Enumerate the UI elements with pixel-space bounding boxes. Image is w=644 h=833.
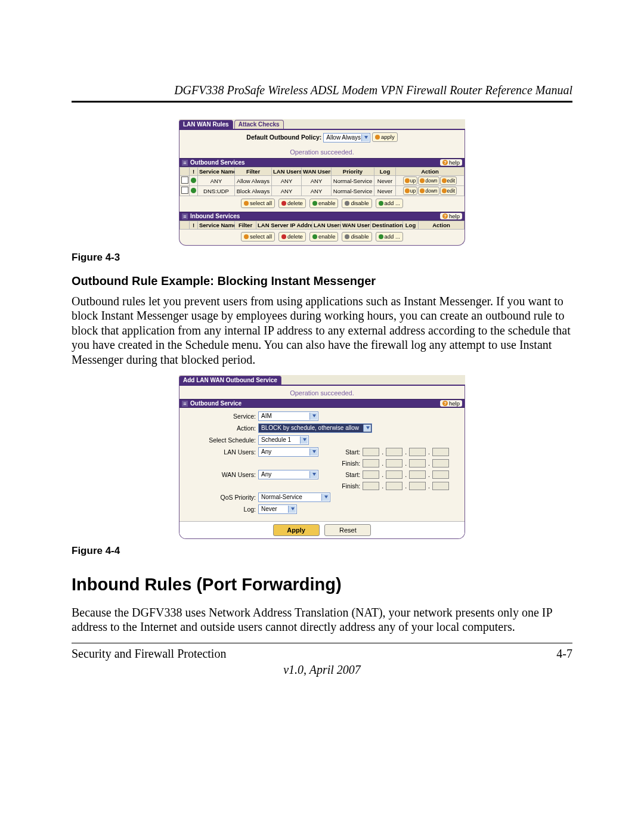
wan-users-select[interactable]: Any <box>258 470 318 479</box>
schedule-select[interactable]: Schedule 1 <box>258 435 309 445</box>
cell-wan: ANY <box>302 186 332 196</box>
cell-log: Never <box>374 176 396 186</box>
outbound-section-title: Outbound Services <box>190 159 245 166</box>
wan-start-ip-3[interactable] <box>409 470 426 479</box>
col-log: Log <box>374 168 396 176</box>
qos-select[interactable]: Normal-Service <box>258 493 330 502</box>
start-ip-3[interactable] <box>409 448 426 456</box>
table-row: DNS:UDP Block Always ANY ANY Normal-Serv… <box>180 186 465 196</box>
tab-add-outbound-service[interactable]: Add LAN WAN Outbound Service <box>179 376 281 385</box>
disable-button[interactable]: disable <box>342 232 371 241</box>
footer-rule <box>72 643 572 643</box>
service-select[interactable]: AIM <box>258 411 318 421</box>
cell-lan: ANY <box>272 186 302 196</box>
figure-4-3-caption: Figure 4-3 <box>72 252 572 264</box>
label-log: Log: <box>184 506 258 513</box>
default-policy-select[interactable]: Allow Always <box>323 133 370 143</box>
form-button-row: Apply Reset <box>179 521 465 538</box>
wan-finish-ip-3[interactable] <box>409 482 426 490</box>
apply-button[interactable]: apply <box>372 132 398 142</box>
inbound-section-title: Inbound Services <box>190 213 240 219</box>
select-all-button[interactable]: select all <box>241 232 275 241</box>
col-service-name: Service Name <box>198 168 235 176</box>
row-up-button[interactable]: up <box>403 187 417 195</box>
outbound-button-row: select all delete enable disable add ... <box>179 196 465 212</box>
enable-button[interactable]: enable <box>309 232 339 241</box>
figure-4-3-screenshot: LAN WAN Rules Attack Checks Default Outb… <box>179 119 465 246</box>
header-rule <box>72 101 572 103</box>
row-down-button[interactable]: down <box>418 176 439 185</box>
collapse-icon[interactable]: ≡ <box>182 160 188 166</box>
log-value: Never <box>261 506 277 512</box>
col-lan-server-ip: LAN Server IP Address <box>256 221 312 230</box>
doc-header-title: DGFV338 ProSafe Wireless ADSL Modem VPN … <box>72 83 572 97</box>
cell-filter: Block Always <box>235 186 272 196</box>
reset-button[interactable]: Reset <box>324 524 371 536</box>
finish-ip-4[interactable] <box>432 459 449 467</box>
add-button[interactable]: add ... <box>376 232 403 241</box>
collapse-icon[interactable]: ≡ <box>182 401 188 407</box>
paragraph-2: Because the DGFV338 uses Network Address… <box>72 605 572 634</box>
col-wan-users: WAN Users <box>341 221 371 230</box>
inbound-table: ! Service Name Filter LAN Server IP Addr… <box>179 221 465 230</box>
collapse-icon[interactable]: ≡ <box>182 213 188 219</box>
label-finish: Finish: <box>342 460 360 467</box>
help-link[interactable]: ?help <box>440 159 462 166</box>
col-lan-users: LAN Users <box>312 221 341 230</box>
schedule-value: Schedule 1 <box>261 436 291 443</box>
delete-button[interactable]: delete <box>278 199 306 208</box>
row-edit-button[interactable]: edit <box>440 187 457 195</box>
action-select[interactable]: BLOCK by schedule, otherwise allow <box>258 423 372 433</box>
finish-ip-3[interactable] <box>409 459 426 467</box>
col-bang: ! <box>190 221 198 230</box>
row-checkbox[interactable] <box>181 187 188 194</box>
table-row: ANY Allow Always ANY ANY Normal-Service … <box>180 176 465 186</box>
footer-section-name: Security and Firewall Protection <box>72 647 226 661</box>
row-down-button[interactable]: down <box>418 187 439 195</box>
finish-ip-1[interactable] <box>363 459 379 467</box>
wan-start-ip-2[interactable] <box>386 470 402 479</box>
help-link[interactable]: ?help <box>440 213 462 219</box>
label-wan-users: WAN Users: <box>184 471 258 478</box>
start-ip-2[interactable] <box>386 448 402 456</box>
wan-users-value: Any <box>261 471 271 478</box>
log-select[interactable]: Never <box>258 504 297 514</box>
default-policy-label: Default Outbound Policy: <box>246 134 321 141</box>
subheading-outbound-example: Outbound Rule Example: Blocking Instant … <box>72 274 572 288</box>
col-log: Log <box>403 221 419 230</box>
col-filter: Filter <box>235 168 272 176</box>
add-button[interactable]: add ... <box>376 199 403 208</box>
delete-button[interactable]: delete <box>278 232 306 241</box>
wan-finish-ip-4[interactable] <box>432 482 449 490</box>
finish-ip-2[interactable] <box>386 459 402 467</box>
label-start: Start: <box>345 448 360 456</box>
select-all-button[interactable]: select all <box>241 199 275 208</box>
enable-button[interactable]: enable <box>309 199 339 208</box>
status-message: Operation succeeded. <box>179 386 465 399</box>
footer-version: v1.0, April 2007 <box>72 663 572 677</box>
wan-start-ip-4[interactable] <box>432 470 449 479</box>
col-destination: Destination <box>371 221 403 230</box>
inbound-button-row: select all delete enable disable add ... <box>179 230 465 245</box>
figure-4-4-caption: Figure 4-4 <box>72 545 572 557</box>
col-priority: Priority <box>332 168 374 176</box>
tab-lan-wan-rules[interactable]: LAN WAN Rules <box>179 120 233 129</box>
start-ip-4[interactable] <box>432 448 449 456</box>
tab-attack-checks[interactable]: Attack Checks <box>234 120 284 129</box>
wan-finish-ip-2[interactable] <box>386 482 402 490</box>
help-link[interactable]: ?help <box>440 400 462 407</box>
label-action: Action: <box>184 425 258 432</box>
lan-users-select[interactable]: Any <box>258 447 318 457</box>
apply-button[interactable]: Apply <box>273 524 320 536</box>
wan-finish-ip-1[interactable] <box>363 482 379 490</box>
label-qos: QoS Priority: <box>184 494 258 501</box>
apply-label: apply <box>381 133 395 141</box>
cell-wan: ANY <box>302 176 332 186</box>
disable-button[interactable]: disable <box>342 199 371 208</box>
col-filter: Filter <box>235 221 256 230</box>
row-checkbox[interactable] <box>181 176 188 184</box>
row-edit-button[interactable]: edit <box>440 176 457 185</box>
wan-start-ip-1[interactable] <box>363 470 379 479</box>
row-up-button[interactable]: up <box>403 176 417 185</box>
start-ip-1[interactable] <box>363 448 379 456</box>
